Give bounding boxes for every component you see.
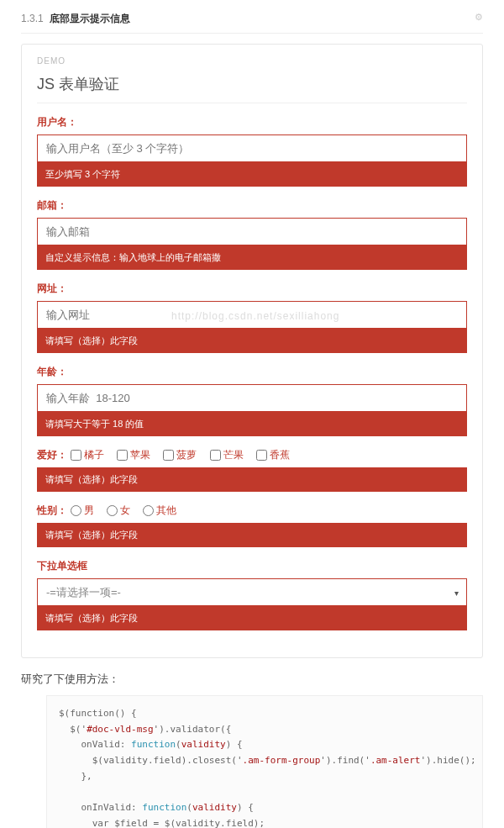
label-hobby: 爱好： (37, 449, 67, 461)
label-url: 网址： (37, 282, 467, 296)
hobby-opt-1: 苹果 (130, 449, 150, 461)
field-hobby: 爱好： 橘子 苹果 菠萝 芒果 香蕉 请填写（选择）此字段 (37, 448, 467, 492)
gender-opt-1: 女 (120, 504, 130, 516)
demo-panel: DEMO JS 表单验证 用户名： 至少填写 3 个字符 邮箱： 自定义提示信息… (21, 44, 483, 658)
alert-gender: 请填写（选择）此字段 (37, 523, 467, 547)
input-email[interactable] (37, 218, 467, 245)
alert-email: 自定义提示信息：输入地球上的电子邮箱撒 (37, 245, 467, 270)
checkbox-hobby-3[interactable] (210, 450, 221, 461)
input-url[interactable] (37, 301, 467, 329)
alert-username: 至少填写 3 个字符 (37, 162, 467, 187)
alert-hobby: 请填写（选择）此字段 (37, 467, 467, 492)
label-gender: 性别： (37, 504, 67, 516)
input-username[interactable] (37, 134, 467, 162)
label-username: 用户名： (37, 115, 467, 129)
demo-tag: DEMO (37, 56, 467, 66)
select-dropdown[interactable]: -=请选择一项=- (37, 578, 467, 606)
gender-options: 男 女 其他 (71, 504, 187, 516)
input-age[interactable] (37, 384, 467, 412)
gear-icon[interactable]: ⚙ (475, 12, 483, 23)
field-email: 邮箱： 自定义提示信息：输入地球上的电子邮箱撒 (37, 198, 467, 270)
hobby-options: 橘子 苹果 菠萝 芒果 香蕉 (71, 449, 300, 461)
field-gender: 性别： 男 女 其他 请填写（选择）此字段 (37, 504, 467, 547)
label-select: 下拉单选框 (37, 559, 467, 573)
alert-age: 请填写大于等于 18 的值 (37, 412, 467, 436)
field-select: 下拉单选框 -=请选择一项=- ▾ 请填写（选择）此字段 (37, 559, 467, 630)
form-title: JS 表单验证 (37, 74, 467, 103)
hobby-opt-4: 香蕉 (270, 449, 290, 461)
field-url: 网址： http://blog.csdn.net/sexilliahong 请填… (37, 282, 467, 353)
section-number: 1.3.1 (21, 13, 44, 24)
radio-gender-2[interactable] (143, 505, 154, 516)
gender-opt-2: 其他 (156, 504, 176, 516)
code-block: $(function() { $('#doc-vld-msg').validat… (46, 695, 483, 828)
gender-opt-0: 男 (84, 504, 94, 516)
hobby-opt-2: 菠萝 (176, 449, 197, 461)
hobby-opt-0: 橘子 (84, 449, 104, 461)
section-header: 1.3.1 底部显示提示信息 ⚙ (21, 8, 483, 34)
checkbox-hobby-2[interactable] (163, 450, 174, 461)
hobby-opt-3: 芒果 (223, 449, 244, 461)
checkbox-hobby-4[interactable] (256, 450, 267, 461)
checkbox-hobby-1[interactable] (117, 450, 128, 461)
section-title: 底部显示提示信息 (50, 13, 130, 24)
usage-note: 研究了下使用方法： (21, 672, 483, 687)
field-username: 用户名： 至少填写 3 个字符 (37, 115, 467, 187)
label-email: 邮箱： (37, 198, 467, 213)
alert-url: 请填写（选择）此字段 (37, 329, 467, 353)
radio-gender-0[interactable] (71, 505, 81, 516)
radio-gender-1[interactable] (107, 505, 118, 516)
checkbox-hobby-0[interactable] (71, 450, 81, 461)
alert-select: 请填写（选择）此字段 (37, 606, 467, 630)
field-age: 年龄： 请填写大于等于 18 的值 (37, 365, 467, 436)
label-age: 年龄： (37, 365, 467, 379)
